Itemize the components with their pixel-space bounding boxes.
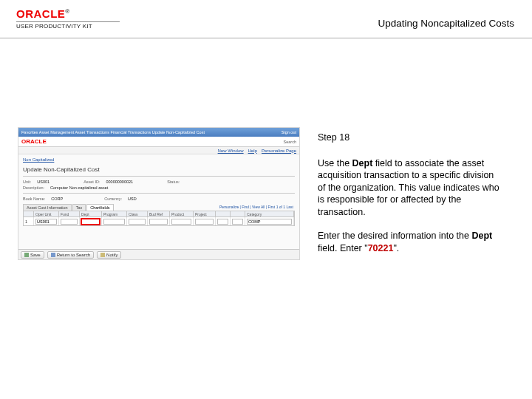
tab-tax[interactable]: Tax [72,204,86,211]
descr-value: Computer Non-capitalized asset [50,185,108,190]
blank2-input[interactable] [232,219,243,225]
notify-icon [100,253,105,257]
col-class: Class [127,211,148,216]
signout-link[interactable]: Sign out [282,130,296,134]
oracle-logo-inner: ORACLE [21,138,47,145]
cell-seq: 1 [24,217,34,225]
assetid-label: Asset ID: [83,180,100,184]
instruction-para1: Use the Dept field to associate the asse… [318,157,499,219]
col-product: Product [170,211,194,216]
col-blank1 [216,211,231,216]
tab-chartfields[interactable]: Chartfields [86,204,113,211]
fund-input[interactable] [61,219,78,225]
tab-cost-info[interactable]: Asset Cost Information [23,204,72,211]
noncapitalized-link[interactable]: Non Capitalized [23,157,54,162]
operunit-input[interactable] [35,219,57,225]
cell-project[interactable] [194,217,216,225]
grid-header: Oper Unit Fund Dept Program Class Bud Re… [23,211,295,217]
assetid-value: 000000000021 [106,180,133,184]
search-label: Search [284,140,296,144]
blank1-input[interactable] [217,219,228,225]
cell-dept[interactable] [80,217,102,225]
grid-nav[interactable]: Personalize | Find | View All | First 1 … [115,204,296,211]
program-input[interactable] [103,219,125,225]
return-icon [51,253,55,257]
status-label: Status: [167,180,180,184]
cell-class[interactable] [127,217,148,225]
col-project: Project [194,211,216,216]
subbrand-text: USER PRODUCTIVITY KIT [16,21,120,30]
help-link[interactable]: Help [248,149,257,153]
currency-label: Currency: [104,197,122,201]
cell-operunit[interactable] [34,217,59,225]
col-program: Program [102,211,127,216]
dept-input[interactable] [81,219,100,225]
cell-budref[interactable] [148,217,170,225]
personalize-link[interactable]: Personalize Page [262,149,296,153]
instruction-para2: Enter the desired information into the D… [318,230,499,254]
tab-strip: Asset Cost Information Tax Chartfields P… [23,204,295,211]
app-breadcrumb-bar: Favorites Asset Management Asset Transac… [18,128,299,137]
col-category: Category [245,211,294,216]
new-window-link[interactable]: New Window [218,149,244,153]
cell-blank1[interactable] [216,217,231,225]
save-button[interactable]: Save [21,251,44,259]
unit-value: US001 [37,180,50,184]
entry-value: 70221 [368,243,394,253]
col-dept: Dept [80,211,102,216]
col-blank2 [231,211,245,216]
col-fund: Fund [59,211,80,216]
category-input[interactable] [247,219,292,225]
budref-input[interactable] [149,219,168,225]
brand-text: ORACLE® [16,7,120,20]
cell-blank2[interactable] [231,217,245,225]
col-seq [24,211,34,216]
return-button[interactable]: Return to Search [47,251,94,259]
page-title: Updating Noncapitalized Costs [378,18,514,29]
descr-label: Description: [23,185,44,190]
oracle-logo: ORACLE® USER PRODUCTIVITY KIT [16,7,120,30]
project-input[interactable] [195,219,214,225]
cell-program[interactable] [102,217,127,225]
cell-product[interactable] [170,217,194,225]
cell-category[interactable] [245,217,294,225]
col-operunit: Oper Unit [34,211,59,216]
product-input[interactable] [171,219,191,225]
class-input[interactable] [129,219,146,225]
embedded-screenshot: Favorites Asset Management Asset Transac… [18,127,300,260]
notify-button[interactable]: Notify [97,251,121,259]
utility-row: New Window Help Personalize Page [18,147,299,154]
breadcrumb-path: Favorites Asset Management Asset Transac… [21,130,205,134]
unit-label: Unit: [23,180,31,184]
cell-fund[interactable] [59,217,80,225]
save-icon [24,253,29,257]
bookname-value: CORP [51,197,63,201]
grid-row: 1 [23,217,295,226]
instruction-panel: Step 18 Use the Dept field to associate … [318,132,499,266]
footer-toolbar: Save Return to Search Notify [18,249,299,259]
step-label: Step 18 [318,132,499,144]
brand-row: ORACLE Search [18,137,299,147]
col-budref: Bud Ref [148,211,170,216]
bookname-label: Book Name: [23,197,45,201]
page-header: ORACLE® USER PRODUCTIVITY KIT Updating N… [0,0,532,38]
currency-value: USD [128,197,137,201]
form-title: Update Non-Capitalized Cost [23,166,295,173]
